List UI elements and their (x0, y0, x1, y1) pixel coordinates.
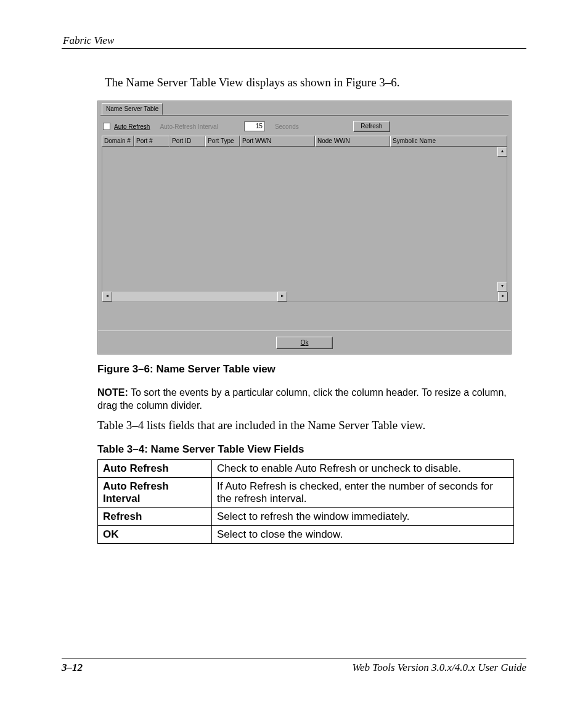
header-rule (62, 48, 526, 49)
note: NOTE: To sort the events by a particular… (97, 387, 526, 413)
field-name: Refresh (98, 507, 212, 525)
scroll-up-icon[interactable]: ▴ (497, 147, 507, 157)
page-number: 3–12 (62, 662, 83, 674)
col-port-type[interactable]: Port Type (205, 136, 240, 147)
scroll-left-icon[interactable]: ◂ (102, 292, 112, 302)
field-desc: Select to refresh the window immediately… (212, 507, 514, 525)
ok-bar: Ok (98, 330, 511, 354)
vertical-scrollbar[interactable]: ▴ ▾ ▸ (497, 147, 507, 302)
tab-name-server[interactable]: Name Server Table (102, 103, 163, 115)
note-label: NOTE: (97, 387, 128, 398)
ok-button[interactable]: Ok (276, 337, 333, 349)
table-area: Domain # Port # Port ID Port Type Port W… (102, 136, 507, 302)
table-row: Auto Refresh Interval If Auto Refresh is… (98, 477, 514, 507)
footer-title: Web Tools Version 3.0.x/4.0.x User Guide (352, 662, 526, 674)
table-title: Table 3–4: Name Server Table View Fields (97, 443, 526, 456)
note-text: To sort the events by a particular colum… (97, 387, 507, 411)
tab-strip: Name Server Table (98, 101, 511, 115)
scroll-right-icon[interactable]: ▸ (498, 292, 508, 302)
seconds-label: Seconds (275, 123, 299, 130)
running-head: Fabric View (62, 35, 526, 47)
grid-body: ▴ ▾ ▸ ◂ ▸ (102, 147, 507, 302)
refresh-button[interactable]: Refresh (353, 121, 390, 132)
ok-rest: k (305, 339, 308, 346)
field-desc: If Auto Refresh is checked, enter the nu… (212, 477, 514, 507)
field-name: Auto Refresh (98, 459, 212, 477)
para-table-intro: Table 3–4 lists fields that are included… (97, 419, 526, 432)
interval-input[interactable]: 15 (244, 121, 265, 131)
col-node-wwn[interactable]: Node WWN (315, 136, 390, 147)
col-port-id[interactable]: Port ID (169, 136, 205, 147)
figure-caption: Figure 3–6: Name Server Table view (97, 363, 526, 376)
table-row: OK Select to close the window. (98, 525, 514, 543)
col-port-num[interactable]: Port # (134, 136, 169, 147)
field-desc: Check to enable Auto Refresh or uncheck … (212, 459, 514, 477)
fields-table: Auto Refresh Check to enable Auto Refres… (97, 459, 514, 544)
name-server-dialog: Name Server Table Auto Refresh Auto-Refr… (97, 101, 512, 355)
field-desc: Select to close the window. (212, 525, 514, 543)
scroll-down-icon[interactable]: ▾ (497, 282, 507, 292)
footer: 3–12 Web Tools Version 3.0.x/4.0.x User … (62, 659, 526, 674)
col-symbolic-name[interactable]: Symbolic Name (390, 136, 507, 147)
table-row: Auto Refresh Check to enable Auto Refres… (98, 459, 514, 477)
scroll-right-icon-2[interactable]: ▸ (277, 292, 287, 302)
field-name: OK (98, 525, 212, 543)
auto-refresh-label: Auto Refresh (114, 123, 150, 130)
col-domain[interactable]: Domain # (102, 136, 134, 147)
field-name: Auto Refresh Interval (98, 477, 212, 507)
column-headers: Domain # Port # Port ID Port Type Port W… (102, 136, 507, 147)
hscroll-track[interactable] (112, 292, 277, 302)
interval-label: Auto-Refresh Interval (160, 123, 218, 130)
horizontal-scrollbar[interactable]: ◂ ▸ (102, 292, 287, 302)
intro-paragraph: The Name Server Table View displays as s… (105, 76, 526, 89)
toolbar: Auto Refresh Auto-Refresh Interval 15 Se… (98, 116, 511, 136)
table-row: Refresh Select to refresh the window imm… (98, 507, 514, 525)
auto-refresh-checkbox[interactable] (103, 123, 110, 130)
col-port-wwn[interactable]: Port WWN (240, 136, 315, 147)
